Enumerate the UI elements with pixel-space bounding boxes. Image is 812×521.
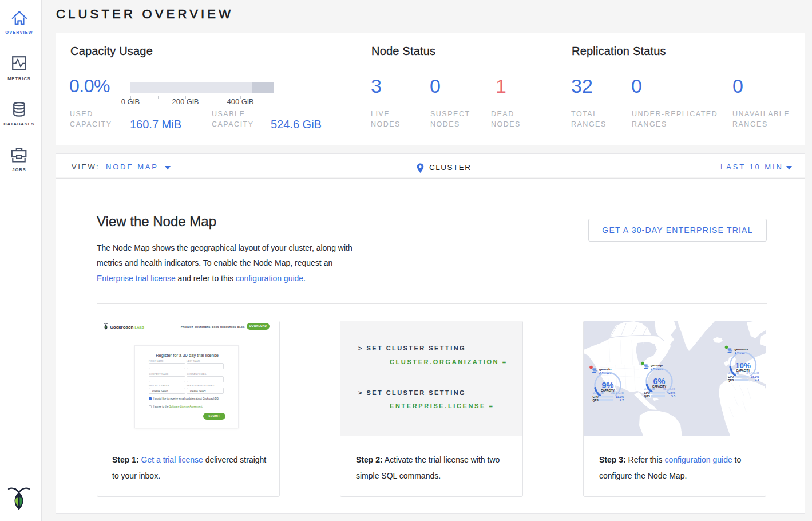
svg-text:6%: 6% <box>653 377 666 386</box>
svg-text:CPU: CPU <box>644 392 651 394</box>
svg-text:34.4 GiB: 34.4 GiB <box>746 371 759 374</box>
svg-text:CPU: CPU <box>593 396 599 398</box>
svg-text:3.6 GiB: 3.6 GiB <box>728 371 739 374</box>
svg-text:5.5: 5.5 <box>671 394 675 398</box>
svg-text:45.7 GiB: 45.7 GiB <box>662 387 675 390</box>
svg-text:3.7 GiB: 3.7 GiB <box>644 387 655 390</box>
svg-text:35.1 GiB: 35.1 GiB <box>611 391 624 394</box>
svg-text:CPU: CPU <box>728 376 734 378</box>
svg-text:10%: 10% <box>735 361 751 370</box>
svg-text:4.7: 4.7 <box>620 398 624 402</box>
svg-text:QPS: QPS <box>728 379 734 382</box>
svg-text:9%: 9% <box>602 381 614 390</box>
svg-text:QPS: QPS <box>593 399 599 402</box>
svg-text:QPS: QPS <box>644 395 651 398</box>
svg-text:4.4: 4.4 <box>755 378 759 382</box>
svg-text:3.2 GiB: 3.2 GiB <box>593 391 604 394</box>
